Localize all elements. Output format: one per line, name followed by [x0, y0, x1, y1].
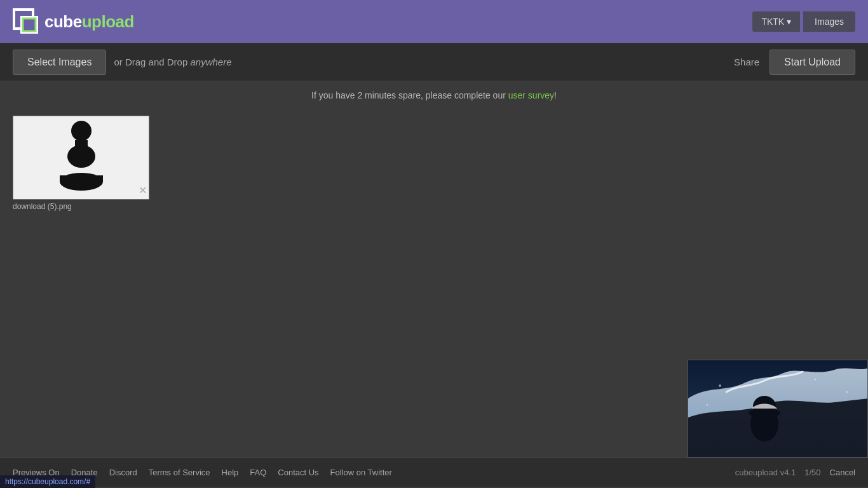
- svg-point-14: [719, 384, 721, 387]
- footer-link-twitter[interactable]: Follow on Twitter: [330, 468, 392, 477]
- footer-link-tos[interactable]: Terms of Service: [149, 468, 210, 477]
- footer-link-help[interactable]: Help: [222, 468, 239, 477]
- svg-rect-8: [60, 175, 103, 182]
- logo-icon: [13, 8, 39, 35]
- image-thumbnail: [13, 116, 149, 200]
- footer-version: cubeupload v4.1: [735, 468, 796, 477]
- svg-rect-6: [76, 152, 87, 166]
- survey-link[interactable]: user survey: [508, 90, 554, 100]
- survey-text-after: !: [554, 90, 557, 100]
- footer-link-contact[interactable]: Contact Us: [278, 468, 318, 477]
- logo-upload: upload: [82, 12, 134, 31]
- logo-text: cubeupload: [44, 12, 134, 32]
- svg-point-16: [846, 391, 848, 393]
- logo-cube: cube: [44, 12, 82, 31]
- image-item: download (5).png ✕: [13, 116, 149, 211]
- footer-right: cubeupload v4.1 1/50 Cancel: [735, 468, 855, 477]
- images-button[interactable]: Images: [803, 11, 855, 32]
- logo-area: cubeupload: [13, 8, 134, 35]
- svg-rect-1: [22, 17, 37, 32]
- footer-link-discord[interactable]: Discord: [109, 468, 137, 477]
- main-content: download (5).png ✕: [0, 109, 868, 458]
- remove-image-button[interactable]: ✕: [139, 186, 147, 196]
- svg-point-3: [71, 121, 92, 141]
- header: cubeupload TKTK ▾ Images: [0, 0, 868, 43]
- svg-point-17: [707, 404, 709, 406]
- drag-drop-text: or Drag and Drop anywhere: [114, 57, 231, 67]
- preview-panel: [688, 360, 868, 458]
- image-filename: download (5).png: [13, 202, 72, 211]
- svg-point-15: [815, 379, 817, 381]
- status-url: https://cubeupload.com/#: [5, 477, 90, 486]
- toolbar: Select Images or Drag and Drop anywhere …: [0, 43, 868, 81]
- header-right: TKTK ▾ Images: [752, 11, 855, 32]
- status-bar: https://cubeupload.com/#: [0, 475, 95, 488]
- toolbar-right: Share Start Upload: [734, 50, 855, 75]
- svg-point-13: [749, 409, 780, 417]
- survey-bar: If you have 2 minutes spare, please comp…: [0, 81, 868, 109]
- footer-cancel-link[interactable]: Cancel: [830, 468, 855, 477]
- image-grid: download (5).png ✕: [13, 116, 855, 211]
- survey-text-before: If you have 2 minutes spare, please comp…: [311, 90, 508, 100]
- footer-count: 1/50: [804, 468, 820, 477]
- start-upload-button[interactable]: Start Upload: [770, 50, 855, 75]
- select-images-button[interactable]: Select Images: [13, 50, 106, 75]
- share-text: Share: [734, 57, 759, 67]
- user-button[interactable]: TKTK ▾: [752, 11, 800, 32]
- footer-link-faq[interactable]: FAQ: [250, 468, 266, 477]
- footer: Previews On Donate Discord Terms of Serv…: [0, 458, 868, 487]
